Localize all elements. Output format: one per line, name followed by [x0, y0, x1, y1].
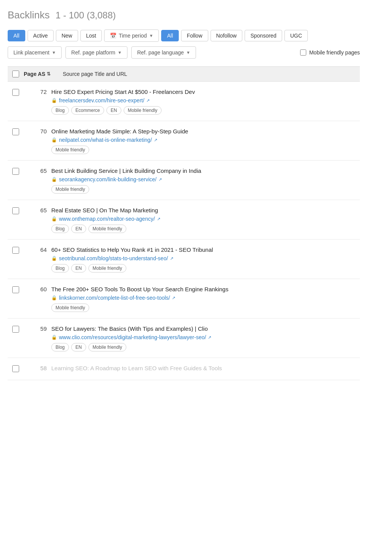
chevron-down-icon-3: ▼: [118, 50, 122, 55]
tag: Mobile friendly: [51, 185, 89, 194]
page-title: Backlinks 1 - 100 (3,088): [8, 9, 360, 21]
tag: EN: [71, 343, 86, 351]
row-url-link[interactable]: freelancersdev.com/hire-seo-expert/: [59, 97, 144, 103]
row-score: 70: [24, 128, 47, 135]
tag: EN: [71, 264, 86, 272]
filter-new-status[interactable]: New: [56, 30, 78, 41]
link-placement-dropdown[interactable]: Link placement ▼: [8, 46, 62, 59]
row-url: 🔒 seotribunal.com/blog/stats-to-understa…: [51, 255, 355, 261]
lock-icon: 🔒: [51, 98, 57, 103]
lock-icon: 🔒: [51, 256, 57, 261]
row-checkbox[interactable]: [12, 89, 19, 96]
table-row: 65 Best Link Building Service | Link Bui…: [8, 161, 360, 200]
filter-sponsored-type[interactable]: Sponsored: [245, 30, 282, 41]
filter-all-status[interactable]: All: [8, 30, 25, 41]
row-url-link[interactable]: www.clio.com/resources/digital-marketing…: [59, 334, 206, 340]
ref-page-language-dropdown[interactable]: Ref. page language ▼: [131, 46, 196, 59]
row-checkbox[interactable]: [12, 365, 19, 372]
lock-icon: 🔒: [51, 177, 57, 182]
external-link-icon: ↗: [208, 335, 211, 340]
row-title: SEO for Lawyers: The Basics (With Tips a…: [51, 325, 355, 333]
row-url-link[interactable]: seorankagency.com/link-building-service/: [59, 176, 157, 182]
row-checkbox[interactable]: [12, 207, 19, 214]
row-url: 🔒 freelancersdev.com/hire-seo-expert/ ↗: [51, 97, 355, 103]
row-score: 64: [24, 246, 47, 253]
chevron-down-icon-4: ▼: [186, 50, 190, 55]
row-title: 60+ SEO Statistics to Help You Rank #1 i…: [51, 246, 355, 254]
tag: Mobile friendly: [51, 146, 89, 154]
row-url: 🔒 seorankagency.com/link-building-servic…: [51, 176, 355, 182]
filter-ugc-type[interactable]: UGC: [284, 30, 308, 41]
chevron-down-icon-2: ▼: [52, 50, 56, 55]
row-tags: BlogENMobile friendly: [51, 264, 355, 272]
row-checkbox[interactable]: [12, 128, 19, 135]
row-title: Learning SEO: A Roadmap to Learn SEO wit…: [51, 364, 355, 372]
row-score: 65: [24, 167, 47, 174]
row-content: Learning SEO: A Roadmap to Learn SEO wit…: [51, 364, 355, 374]
row-title: Best Link Building Service | Link Buildi…: [51, 167, 355, 175]
row-tags: Mobile friendly: [51, 304, 355, 312]
row-tags: Mobile friendly: [51, 146, 355, 154]
filter-active-status[interactable]: Active: [28, 30, 54, 41]
lock-icon: 🔒: [51, 137, 57, 143]
row-score: 60: [24, 286, 47, 292]
external-link-icon: ↗: [158, 177, 162, 182]
external-link-icon: ↗: [146, 98, 150, 103]
row-content: The Free 200+ SEO Tools To Boost Up Your…: [51, 285, 355, 312]
tag: Mobile friendly: [88, 264, 126, 272]
filter-follow-type[interactable]: Follow: [181, 30, 208, 41]
tag: EN: [106, 106, 121, 115]
row-url-link[interactable]: www.onthemap.com/realtor-seo-agency/: [59, 216, 155, 222]
chevron-down-icon: ▼: [149, 33, 154, 38]
row-url-link[interactable]: neilpatel.com/what-is-online-marketing/: [59, 137, 152, 143]
row-score: 59: [24, 325, 47, 332]
time-period-dropdown[interactable]: 📅 Time period ▼: [104, 30, 159, 42]
row-tags: Mobile friendly: [51, 185, 355, 194]
external-link-icon: ↗: [170, 256, 173, 261]
row-title: Online Marketing Made Simple: A Step-by-…: [51, 127, 355, 135]
row-content: Best Link Building Service | Link Buildi…: [51, 167, 355, 194]
row-checkbox[interactable]: [12, 168, 19, 175]
filter-nofollow-type[interactable]: Nofollow: [211, 30, 243, 41]
select-all-checkbox[interactable]: [12, 71, 19, 77]
lock-icon: 🔒: [51, 335, 57, 340]
row-score: 58: [24, 365, 47, 371]
tag: Blog: [51, 343, 69, 351]
row-checkbox[interactable]: [12, 286, 19, 293]
row-checkbox[interactable]: [12, 247, 19, 254]
row-checkbox[interactable]: [12, 326, 19, 333]
filter-row-2: Link placement ▼ Ref. page platform ▼ Re…: [8, 46, 360, 59]
row-score: 65: [24, 207, 47, 213]
table-row: 58 Learning SEO: A Roadmap to Learn SEO …: [8, 358, 360, 380]
row-url: 🔒 neilpatel.com/what-is-online-marketing…: [51, 137, 355, 143]
table-row: 72 Hire SEO Expert Pricing Start At $500…: [8, 82, 360, 121]
mobile-friendly-filter[interactable]: Mobile friendly pages: [300, 49, 360, 56]
external-link-icon: ↗: [154, 138, 157, 143]
header-page-as[interactable]: Page AS ⇅: [24, 71, 58, 77]
calendar-icon: 📅: [110, 33, 116, 39]
tag: Blog: [51, 225, 69, 233]
ref-page-platform-dropdown[interactable]: Ref. page platform ▼: [65, 46, 127, 59]
tag: Mobile friendly: [88, 343, 126, 351]
row-url: 🔒 www.onthemap.com/realtor-seo-agency/ ↗: [51, 216, 355, 222]
tag: Mobile friendly: [51, 304, 89, 312]
row-url-link[interactable]: seotribunal.com/blog/stats-to-understand…: [59, 255, 168, 261]
row-title: The Free 200+ SEO Tools To Boost Up Your…: [51, 285, 355, 293]
tag: EN: [71, 225, 86, 233]
row-content: Online Marketing Made Simple: A Step-by-…: [51, 127, 355, 154]
row-title: Real Estate SEO | On The Map Marketing: [51, 206, 355, 214]
table-rows: 72 Hire SEO Expert Pricing Start At $500…: [8, 82, 360, 380]
row-url-link[interactable]: linkskorner.com/complete-list-of-free-se…: [59, 295, 170, 301]
row-tags: BlogENMobile friendly: [51, 343, 355, 351]
filter-lost-status[interactable]: Lost: [80, 30, 102, 41]
tag: Mobile friendly: [88, 225, 126, 233]
row-tags: BlogEcommerceENMobile friendly: [51, 106, 355, 115]
row-title: Hire SEO Expert Pricing Start At $500 - …: [51, 88, 355, 96]
filter-row-1: All Active New Lost 📅 Time period ▼ All …: [8, 30, 360, 42]
table-row: 64 60+ SEO Statistics to Help You Rank #…: [8, 240, 360, 279]
row-content: Hire SEO Expert Pricing Start At $500 - …: [51, 88, 355, 115]
filter-all-type[interactable]: All: [161, 30, 179, 41]
mobile-friendly-checkbox[interactable]: [300, 49, 306, 56]
row-content: 60+ SEO Statistics to Help You Rank #1 i…: [51, 246, 355, 272]
tag: Mobile friendly: [124, 106, 162, 115]
